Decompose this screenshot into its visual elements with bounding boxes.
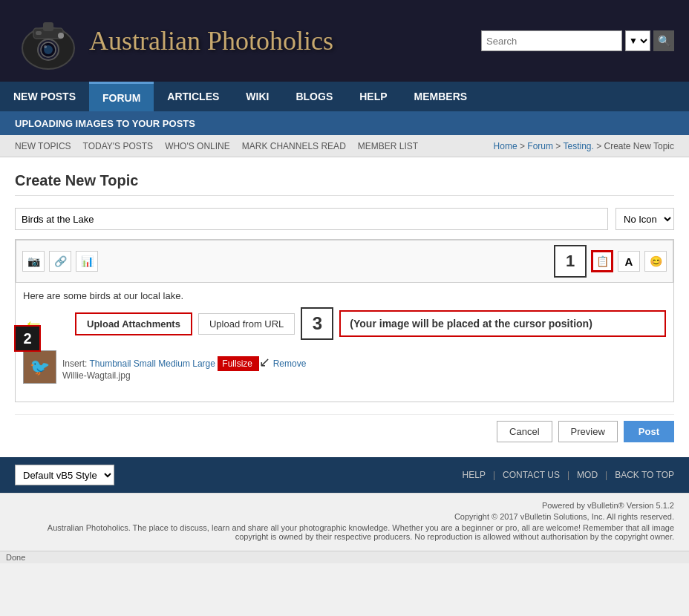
- attachment-row: 🐦 Insert: Thumbnail Small Medium Large F…: [23, 347, 666, 387]
- sec-nav-whos-online[interactable]: WHO'S ONLINE: [165, 141, 230, 151]
- insert-large[interactable]: Large: [192, 358, 215, 369]
- main-content: Create New Topic No Icon 📷 🔗 📊 1 📋 A 😊 H…: [0, 157, 689, 457]
- footer-copyright: Powered by vBulletin® Version 5.1.2 Copy…: [0, 493, 689, 551]
- search-input[interactable]: [481, 30, 622, 51]
- attachment-info: Insert: Thumbnail Small Medium Large Ful…: [62, 354, 306, 381]
- breadcrumb: Home > Forum > Testing. > Create New Top…: [494, 141, 674, 151]
- editor-area[interactable]: Here are some birds at our local lake. ←…: [16, 283, 673, 402]
- topic-input[interactable]: [15, 208, 608, 230]
- upload-attachments-btn[interactable]: Upload Attachments: [75, 312, 192, 335]
- style-select-wrap: Default vB5 Style: [15, 465, 114, 485]
- font-toolbar-btn[interactable]: A: [618, 251, 640, 272]
- sec-nav-member-list[interactable]: MEMBER LIST: [358, 141, 418, 151]
- icon-select[interactable]: No Icon: [615, 208, 674, 230]
- footer-links: HELP | CONTACT US | MOD | BACK TO TOP: [463, 470, 674, 480]
- chart-toolbar-btn[interactable]: 📊: [76, 251, 98, 272]
- status-bar: Done: [0, 551, 689, 563]
- toolbar-right: 1 📋 A 😊: [554, 245, 667, 278]
- footer-back-to-top[interactable]: BACK TO TOP: [615, 470, 674, 480]
- image-instruction: (Your image will be placed at the cursor…: [339, 310, 666, 337]
- style-select[interactable]: Default vB5 Style: [15, 465, 114, 485]
- search-area: ▼ 🔍: [481, 30, 674, 51]
- topic-row: No Icon: [15, 208, 674, 230]
- editor-text: Here are some birds at our local lake.: [23, 290, 666, 301]
- upload-row: ← 2 Upload Attachments Upload from URL 3…: [23, 307, 666, 340]
- search-button[interactable]: 🔍: [653, 30, 674, 51]
- upload-section: ← 2 Upload Attachments Upload from URL 3…: [23, 307, 666, 387]
- nav-wiki[interactable]: WIKI: [232, 82, 282, 111]
- insert-remove[interactable]: Remove: [273, 358, 307, 369]
- nav-help[interactable]: HELP: [346, 82, 400, 111]
- link-toolbar-btn[interactable]: 🔗: [49, 251, 71, 272]
- page-title: Create New Topic: [15, 172, 674, 196]
- breadcrumb-current: Create New Topic: [604, 141, 675, 151]
- svg-point-6: [44, 45, 47, 48]
- secondary-nav: NEW TOPICS TODAY'S POSTS WHO'S ONLINE MA…: [0, 135, 689, 157]
- nav-members[interactable]: MEMBERS: [401, 82, 481, 111]
- preview-button[interactable]: Preview: [558, 421, 618, 442]
- upload-url-btn[interactable]: Upload from URL: [198, 313, 295, 335]
- site-name-text: Australian Photoholics: [89, 25, 333, 56]
- action-row: Cancel Preview Post: [15, 414, 674, 442]
- nav-blogs[interactable]: BLOGS: [282, 82, 346, 111]
- footer-mod[interactable]: MOD: [577, 470, 598, 480]
- nav-forum[interactable]: FORUM: [89, 82, 154, 111]
- sec-nav-todays-posts[interactable]: TODAY'S POSTS: [83, 141, 154, 151]
- insert-label: Insert:: [62, 358, 87, 369]
- step3-badge: 3: [301, 307, 333, 340]
- status-text: Done: [6, 553, 25, 562]
- step2-badge: 2: [14, 325, 41, 352]
- sec-nav-new-topics[interactable]: NEW TOPICS: [15, 141, 71, 151]
- site-name: Australian Photoholics: [89, 25, 333, 56]
- logo-camera: [15, 7, 82, 74]
- breadcrumb-home[interactable]: Home: [494, 141, 517, 151]
- post-button[interactable]: Post: [624, 421, 674, 442]
- nav-new-posts[interactable]: NEW POSTS: [0, 82, 89, 111]
- paste-toolbar-btn[interactable]: 📋: [591, 250, 613, 272]
- svg-rect-2: [43, 22, 53, 31]
- camera-toolbar-btn[interactable]: 📷: [22, 251, 45, 272]
- footer-help[interactable]: HELP: [463, 470, 486, 480]
- footer-nav: Default vB5 Style HELP | CONTACT US | MO…: [0, 457, 689, 493]
- search-dropdown[interactable]: ▼: [625, 30, 650, 51]
- cancel-button[interactable]: Cancel: [497, 421, 552, 442]
- svg-rect-8: [36, 31, 42, 35]
- insert-thumbnail[interactable]: Thumbnail: [89, 358, 131, 369]
- camera-icon: [15, 7, 82, 74]
- step1-badge: 1: [554, 245, 587, 278]
- logo-area: Australian Photoholics: [15, 7, 333, 74]
- editor-toolbar: 📷 🔗 📊 1 📋 A 😊: [16, 240, 673, 283]
- main-nav: NEW POSTS FORUM ARTICLES WIKI BLOGS HELP…: [0, 82, 689, 111]
- insert-medium[interactable]: Medium: [158, 358, 190, 369]
- copyright-line1: Powered by vBulletin® Version 5.1.2: [15, 501, 674, 510]
- attachment-filename: Willie-Wagtail.jpg: [62, 370, 306, 381]
- copyright-line2: Copyright © 2017 vBulletin Solutions, In…: [15, 512, 674, 521]
- nav-articles[interactable]: ARTICLES: [154, 82, 232, 111]
- sec-nav-mark-channels[interactable]: MARK CHANNELS READ: [242, 141, 346, 151]
- footer-contact[interactable]: CONTACT US: [503, 470, 560, 480]
- insert-row: Insert: Thumbnail Small Medium Large Ful…: [62, 354, 306, 370]
- sub-nav-bar: UPLOADING IMAGES TO YOUR POSTS: [0, 111, 689, 135]
- cursor-pointer-icon: ↙: [259, 355, 270, 370]
- breadcrumb-forum[interactable]: Forum: [527, 141, 553, 151]
- emoji-toolbar-btn[interactable]: 😊: [644, 251, 667, 272]
- sub-nav-title: UPLOADING IMAGES TO YOUR POSTS: [15, 118, 195, 129]
- insert-small[interactable]: Small: [134, 358, 156, 369]
- copyright-line3: Australian Photoholics. The place to dis…: [15, 523, 674, 541]
- insert-fullsize[interactable]: Fullsize: [218, 356, 259, 371]
- breadcrumb-testing[interactable]: Testing.: [563, 141, 593, 151]
- header: Australian Photoholics ▼ 🔍: [0, 0, 689, 82]
- svg-point-7: [58, 33, 64, 39]
- editor-wrapper: 📷 🔗 📊 1 📋 A 😊 Here are some birds at our…: [15, 239, 674, 402]
- attachment-thumbnail: 🐦: [23, 350, 56, 384]
